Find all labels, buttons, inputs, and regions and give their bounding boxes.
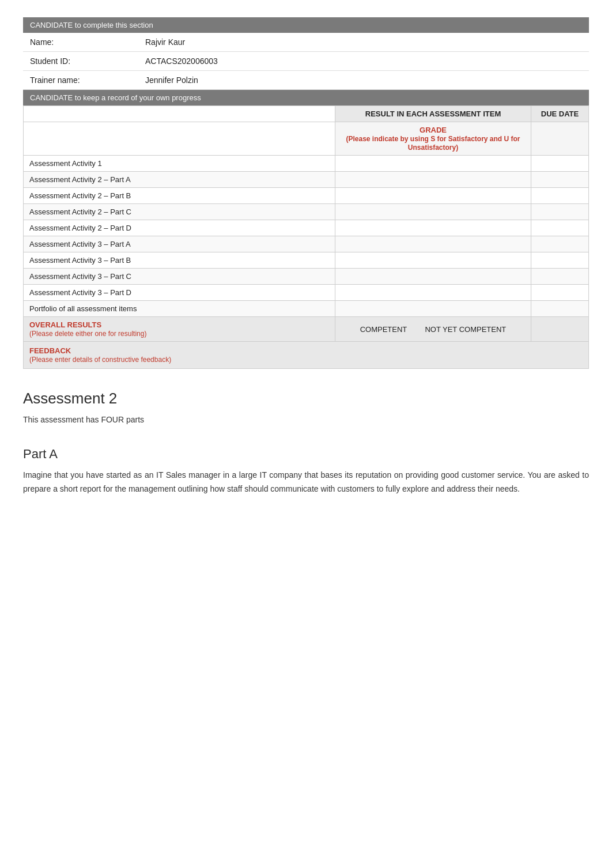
table-row: Portfolio of all assessment items [24, 301, 589, 317]
table-row: Assessment Activity 2 – Part B [24, 188, 589, 204]
table-row: Assessment Activity 2 – Part D [24, 220, 589, 236]
due-cell[interactable] [531, 188, 589, 204]
student-id-value: ACTACS202006003 [138, 52, 589, 71]
grade-cell[interactable] [335, 252, 531, 269]
activity-label: Assessment Activity 1 [24, 156, 335, 172]
grade-instruction: (Please indicate by using S for Satisfac… [346, 135, 520, 152]
overall-label-cell: OVERALL RESULTS (Please delete either on… [24, 317, 335, 342]
candidate-info-table: Name: Rajvir Kaur Student ID: ACTACS2020… [23, 33, 589, 90]
student-id-row: Student ID: ACTACS202006003 [23, 52, 589, 71]
activity-label: Assessment Activity 2 – Part C [24, 204, 335, 220]
due-cell[interactable] [531, 269, 589, 285]
table-row: Assessment Activity 2 – Part A [24, 172, 589, 188]
table-row: Assessment Activity 2 – Part C [24, 204, 589, 220]
grade-cell[interactable] [335, 285, 531, 301]
overall-results-row: OVERALL RESULTS (Please delete either on… [24, 317, 589, 342]
grade-cell[interactable] [335, 301, 531, 317]
part-a-body: Imagine that you have started as an IT S… [23, 469, 589, 496]
overall-grade-cell: COMPETENT NOT YET COMPETENT [335, 317, 531, 342]
due-cell[interactable] [531, 236, 589, 252]
not-yet-competent-option: NOT YET COMPETENT [425, 325, 506, 334]
overall-due-cell [531, 317, 589, 342]
due-cell[interactable] [531, 252, 589, 269]
table-row: Assessment Activity 3 – Part A [24, 236, 589, 252]
candidate-complete-section: CANDIDATE to complete this section Name:… [23, 17, 589, 90]
assessment2-section: Assessment 2 This assessment has FOUR pa… [23, 390, 589, 426]
col-empty-subheader [24, 122, 335, 156]
feedback-sub: (Please enter details of constructive fe… [29, 356, 171, 364]
candidate-header: CANDIDATE to complete this section [23, 17, 589, 33]
grade-cell[interactable] [335, 220, 531, 236]
name-row: Name: Rajvir Kaur [23, 33, 589, 52]
overall-results-sub: (Please delete either one for resulting) [29, 330, 146, 338]
grade-cell[interactable] [335, 156, 531, 172]
competent-option: COMPETENT [360, 325, 407, 334]
activity-label: Assessment Activity 3 – Part B [24, 252, 335, 269]
due-subheader [531, 122, 589, 156]
progress-section: CANDIDATE to keep a record of your own p… [23, 90, 589, 369]
student-id-label: Student ID: [23, 52, 138, 71]
assessment2-title: Assessment 2 [23, 390, 589, 407]
table-row: Assessment Activity 1 [24, 156, 589, 172]
assessment2-description: This assessment has FOUR parts [23, 413, 589, 426]
feedback-cell: FEEDBACK (Please enter details of constr… [24, 342, 589, 369]
activity-label: Assessment Activity 3 – Part A [24, 236, 335, 252]
grade-cell[interactable] [335, 269, 531, 285]
due-cell[interactable] [531, 156, 589, 172]
table-row: Assessment Activity 3 – Part D [24, 285, 589, 301]
grade-cell[interactable] [335, 188, 531, 204]
grade-subheader: GRADE (Please indicate by using S for Sa… [335, 122, 531, 156]
activity-label: Assessment Activity 2 – Part A [24, 172, 335, 188]
result-header: RESULT IN EACH ASSESSMENT ITEM [335, 106, 531, 122]
part-a-section: Part A Imagine that you have started as … [23, 447, 589, 496]
results-table: RESULT IN EACH ASSESSMENT ITEM DUE DATE … [23, 105, 589, 369]
progress-header: CANDIDATE to keep a record of your own p… [23, 90, 589, 105]
name-value: Rajvir Kaur [138, 33, 589, 52]
trainer-label: Trainer name: [23, 71, 138, 90]
activity-label: Assessment Activity 3 – Part C [24, 269, 335, 285]
due-date-header: DUE DATE [531, 106, 589, 122]
due-cell[interactable] [531, 285, 589, 301]
overall-results-label: OVERALL RESULTS [29, 320, 101, 329]
grade-label: GRADE [341, 126, 525, 134]
due-cell[interactable] [531, 220, 589, 236]
trainer-row: Trainer name: Jennifer Polzin [23, 71, 589, 90]
activity-label: Assessment Activity 2 – Part B [24, 188, 335, 204]
trainer-value: Jennifer Polzin [138, 71, 589, 90]
col-empty-header [24, 106, 335, 122]
due-cell[interactable] [531, 204, 589, 220]
due-cell[interactable] [531, 301, 589, 317]
table-row: Assessment Activity 3 – Part B [24, 252, 589, 269]
activity-label: Assessment Activity 3 – Part D [24, 285, 335, 301]
feedback-label: FEEDBACK [29, 346, 71, 355]
activity-label: Assessment Activity 2 – Part D [24, 220, 335, 236]
part-a-title: Part A [23, 447, 589, 462]
grade-cell[interactable] [335, 236, 531, 252]
table-row: Assessment Activity 3 – Part C [24, 269, 589, 285]
due-cell[interactable] [531, 172, 589, 188]
feedback-row: FEEDBACK (Please enter details of constr… [24, 342, 589, 369]
activity-label: Portfolio of all assessment items [24, 301, 335, 317]
grade-cell[interactable] [335, 172, 531, 188]
grade-cell[interactable] [335, 204, 531, 220]
name-label: Name: [23, 33, 138, 52]
